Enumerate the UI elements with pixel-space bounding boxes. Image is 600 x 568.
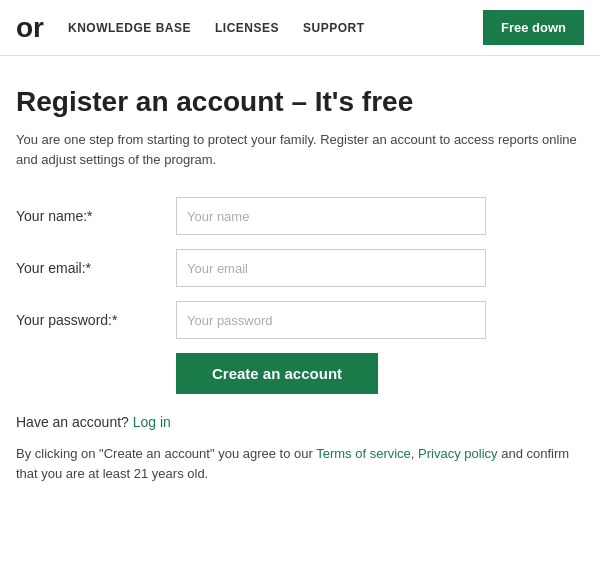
have-account-text: Have an account? Log in — [16, 414, 584, 430]
page-title: Register an account – It's free — [16, 86, 584, 118]
name-row: Your name:* — [16, 197, 584, 235]
terms-comma: , — [411, 446, 415, 461]
page-description: You are one step from starting to protec… — [16, 130, 584, 169]
nav-knowledge-base[interactable]: KNOWLEDGE BASE — [68, 21, 191, 35]
free-download-button[interactable]: Free down — [483, 10, 584, 45]
login-link[interactable]: Log in — [133, 414, 171, 430]
password-input[interactable] — [176, 301, 486, 339]
terms-of-service-link[interactable]: Terms of service — [316, 446, 411, 461]
email-input[interactable] — [176, 249, 486, 287]
register-form: Your name:* Your email:* Your password:*… — [16, 197, 584, 414]
privacy-policy-link[interactable]: Privacy policy — [418, 446, 497, 461]
submit-row: Create an account — [176, 353, 584, 394]
terms-text: By clicking on "Create an account" you a… — [16, 444, 584, 483]
terms-prefix: By clicking on "Create an account" you a… — [16, 446, 316, 461]
logo: or — [16, 12, 44, 44]
have-account-label: Have an account? — [16, 414, 129, 430]
header: or KNOWLEDGE BASE LICENSES SUPPORT Free … — [0, 0, 600, 56]
nav-licenses[interactable]: LICENSES — [215, 21, 279, 35]
nav: KNOWLEDGE BASE LICENSES SUPPORT — [68, 21, 483, 35]
nav-support[interactable]: SUPPORT — [303, 21, 365, 35]
name-input[interactable] — [176, 197, 486, 235]
email-label: Your email:* — [16, 260, 176, 276]
email-row: Your email:* — [16, 249, 584, 287]
main-content: Register an account – It's free You are … — [0, 56, 600, 503]
password-label: Your password:* — [16, 312, 176, 328]
create-account-button[interactable]: Create an account — [176, 353, 378, 394]
password-row: Your password:* — [16, 301, 584, 339]
name-label: Your name:* — [16, 208, 176, 224]
